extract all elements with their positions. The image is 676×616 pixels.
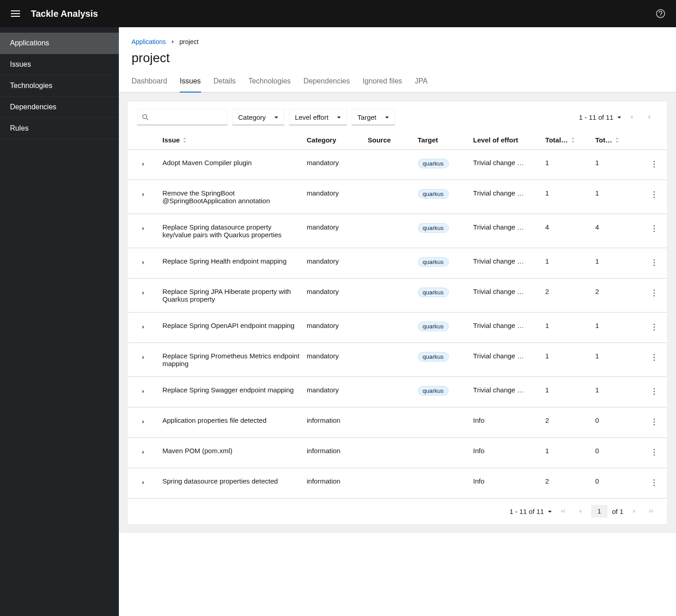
row-actions-button[interactable] [648,446,661,459]
expand-row-button[interactable] [137,188,150,201]
cell-total2: 1 [592,150,642,176]
pagination-first[interactable] [557,505,569,518]
cell-target: quarkus [414,279,470,306]
pagination-next[interactable] [628,505,641,518]
tab-dependencies[interactable]: Dependencies [304,73,350,93]
caret-down-icon [337,113,341,121]
cell-target: quarkus [414,150,470,177]
row-actions-button[interactable] [648,476,661,489]
cell-issue: Replace Spring Health endpoint mapping [159,248,303,274]
row-actions-button[interactable] [648,188,661,201]
expand-row-button[interactable] [137,321,150,333]
table-row: Application properties file detectedinfo… [128,407,667,438]
sidebar-item-applications[interactable]: Applications [0,33,119,54]
topbar-right [656,9,665,18]
cell-category: information [303,438,364,464]
pagination-page-input[interactable] [591,505,607,518]
cell-source [364,214,414,232]
row-actions-button[interactable] [648,385,661,398]
col-total1[interactable]: Total… [542,131,592,149]
cell-level: Trivial change … [470,343,542,369]
expand-row-button[interactable] [137,287,150,299]
breadcrumb-root-link[interactable]: Applications [132,38,166,45]
row-actions-button[interactable] [648,287,661,299]
category-filter[interactable]: Category [232,109,284,125]
target-chip: quarkus [418,352,449,362]
col-source-label: Source [368,136,391,144]
cell-total1: 2 [542,407,592,433]
tab-details[interactable]: Details [214,73,236,93]
row-actions-button[interactable] [648,321,661,333]
pagination-prev[interactable] [574,505,587,518]
pagination-range-top[interactable]: 1 - 11 of 11 [579,113,622,121]
expand-row-button[interactable] [137,256,150,269]
col-level[interactable]: Level of effort [470,131,542,149]
target-chip: quarkus [418,189,449,199]
topbar-left: Tackle Analysis [11,9,98,19]
tab-ignored-files[interactable]: Ignored files [362,73,402,93]
sidebar-item-issues[interactable]: Issues [0,54,119,75]
expand-row-button[interactable] [137,416,150,428]
table-toolbar: Category Level effort Target [128,102,667,131]
row-actions-button[interactable] [648,158,661,171]
pagination-next-top[interactable] [642,109,658,125]
cell-issue: Replace Spring Swagger endpoint mapping [159,377,303,403]
level-effort-filter[interactable]: Level effort [289,109,347,125]
topbar: Tackle Analysis [0,0,676,27]
expand-row-button[interactable] [137,476,150,489]
cell-total1: 1 [542,150,592,176]
cell-level: Trivial change … [470,279,542,304]
expand-row-button[interactable] [137,351,150,364]
sidebar-item-technologies[interactable]: Technologies [0,75,119,97]
table-row: Maven POM (pom.xml)informationInfo10 [128,438,667,468]
col-total2[interactable]: Tot… [592,131,642,149]
cell-target: quarkus [414,180,470,208]
cell-target [414,407,470,425]
sidebar-item-dependencies[interactable]: Dependencies [0,97,119,118]
hamburger-menu-button[interactable] [11,10,20,17]
cell-total2: 1 [592,313,642,338]
help-icon[interactable] [656,9,665,18]
pagination-prev-top[interactable] [623,109,640,125]
brand-title: Tackle Analysis [31,9,98,19]
col-category[interactable]: Category [303,131,364,149]
sidebar-item-rules[interactable]: Rules [0,118,119,139]
cell-total1: 2 [542,279,592,304]
tab-jpa[interactable]: JPA [415,73,427,93]
cell-level: Trivial change … [470,180,542,206]
cell-issue: Adopt Maven Compiler plugin [159,150,303,176]
tab-technologies[interactable]: Technologies [248,73,290,93]
col-issue[interactable]: Issue [159,131,303,149]
cell-target [414,438,470,456]
row-actions-button[interactable] [648,222,661,235]
col-level-label: Level of effort [473,136,518,144]
col-target[interactable]: Target [414,131,470,149]
cell-source [364,343,414,361]
pagination-range-text: 1 - 11 of 11 [509,508,544,515]
cell-total2: 1 [592,343,642,369]
search-input[interactable] [137,109,228,125]
tab-dashboard[interactable]: Dashboard [132,73,167,93]
tab-issues[interactable]: Issues [180,73,201,93]
row-actions-button[interactable] [648,416,661,428]
expand-row-button[interactable] [137,158,150,171]
expand-row-button[interactable] [137,446,150,459]
cell-issue: Maven POM (pom.xml) [159,438,303,464]
cell-source [364,468,414,486]
cell-category: information [303,407,364,433]
pagination-last[interactable] [645,505,658,518]
row-actions-button[interactable] [648,256,661,269]
expand-row-button[interactable] [137,385,150,398]
row-actions-button[interactable] [648,351,661,364]
breadcrumb: Applications project [132,38,663,45]
pagination-range-bottom[interactable]: 1 - 11 of 11 [509,508,552,515]
cell-total2: 1 [592,377,642,403]
expand-row-button[interactable] [137,222,150,235]
cell-category: mandatory [303,279,364,304]
workspace: Category Level effort Target [119,93,676,533]
col-source[interactable]: Source [364,131,414,149]
pagination-footer: 1 - 11 of 11 of 1 [128,499,667,524]
cell-source [364,377,414,395]
target-filter[interactable]: Target [352,109,395,125]
page-title: project [132,51,663,65]
